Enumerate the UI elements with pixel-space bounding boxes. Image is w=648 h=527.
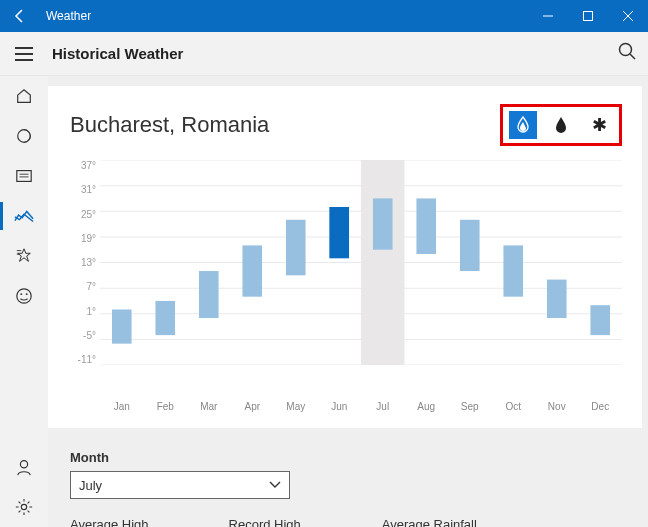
nav-account[interactable] bbox=[0, 447, 48, 487]
x-tick: Jun bbox=[318, 401, 362, 412]
y-tick: -5° bbox=[70, 330, 96, 341]
nav-historical[interactable] bbox=[0, 196, 48, 236]
chart-bar[interactable] bbox=[286, 220, 306, 276]
svg-line-6 bbox=[630, 54, 635, 59]
month-value: July bbox=[79, 478, 102, 493]
x-tick: Sep bbox=[448, 401, 492, 412]
svg-rect-8 bbox=[17, 171, 31, 182]
location-title: Bucharest, Romania bbox=[70, 112, 500, 138]
stat-record-high: Record High 41 ° (2000) bbox=[229, 517, 302, 527]
chart-bar[interactable] bbox=[460, 220, 480, 271]
y-tick: 37° bbox=[70, 160, 96, 171]
x-tick: Mar bbox=[187, 401, 231, 412]
hamburger-menu[interactable] bbox=[0, 47, 48, 61]
x-tick: Aug bbox=[405, 401, 449, 412]
nav-settings[interactable] bbox=[0, 487, 48, 527]
y-tick: 31° bbox=[70, 184, 96, 195]
y-tick: -11° bbox=[70, 354, 96, 365]
svg-point-5 bbox=[620, 44, 632, 56]
y-tick: 25° bbox=[70, 209, 96, 220]
snow-toggle[interactable]: ✱ bbox=[585, 111, 613, 139]
rain-toggle[interactable] bbox=[547, 111, 575, 139]
x-tick: Jul bbox=[361, 401, 405, 412]
nav-feedback[interactable] bbox=[0, 276, 48, 316]
minimize-button[interactable] bbox=[528, 0, 568, 32]
x-tick: Feb bbox=[144, 401, 188, 412]
chart-bar[interactable] bbox=[199, 271, 219, 318]
temperature-icon bbox=[516, 116, 530, 134]
nav-forecast[interactable] bbox=[0, 76, 48, 116]
search-button[interactable] bbox=[618, 42, 636, 60]
chart-mode-toggle-group: ✱ bbox=[500, 104, 622, 146]
x-tick: May bbox=[274, 401, 318, 412]
month-dropdown[interactable]: July bbox=[70, 471, 290, 499]
x-tick: Nov bbox=[535, 401, 579, 412]
nav-maps[interactable] bbox=[0, 116, 48, 156]
chart-bar[interactable] bbox=[416, 198, 436, 254]
svg-rect-1 bbox=[584, 12, 593, 21]
y-tick: 7° bbox=[70, 281, 96, 292]
close-button[interactable] bbox=[608, 0, 648, 32]
stat-label: Average High bbox=[70, 517, 149, 527]
stat-avg-high: Average High 30 ° bbox=[70, 517, 149, 527]
stat-avg-rain: Average Rainfall 8.4 cm bbox=[382, 517, 477, 527]
svg-point-16 bbox=[20, 461, 27, 468]
svg-point-17 bbox=[21, 504, 26, 509]
stat-label: Record High bbox=[229, 517, 302, 527]
x-tick: Dec bbox=[579, 401, 623, 412]
content-area: Bucharest, Romania ✱ 37°31°25°19°13°7°1°… bbox=[48, 76, 648, 527]
svg-point-15 bbox=[26, 293, 28, 295]
svg-point-14 bbox=[20, 293, 22, 295]
back-button[interactable] bbox=[0, 8, 40, 24]
page-title: Historical Weather bbox=[48, 45, 183, 62]
svg-rect-27 bbox=[361, 160, 405, 365]
chart-bar[interactable] bbox=[242, 245, 262, 296]
stats-section: Month July Average High 30 ° Record High… bbox=[48, 438, 642, 527]
chart-bar[interactable] bbox=[155, 301, 175, 335]
rain-icon bbox=[555, 117, 567, 133]
svg-point-13 bbox=[17, 289, 31, 303]
y-tick: 1° bbox=[70, 306, 96, 317]
x-tick: Oct bbox=[492, 401, 536, 412]
chart-card: Bucharest, Romania ✱ 37°31°25°19°13°7°1°… bbox=[48, 86, 642, 428]
nav-sidebar bbox=[0, 76, 48, 527]
chart-bar[interactable] bbox=[547, 280, 567, 318]
maximize-button[interactable] bbox=[568, 0, 608, 32]
chart-bar[interactable] bbox=[112, 309, 132, 343]
y-tick: 19° bbox=[70, 233, 96, 244]
chevron-down-icon bbox=[269, 481, 281, 489]
nav-news[interactable] bbox=[0, 156, 48, 196]
page-header: Historical Weather bbox=[0, 32, 648, 76]
window-titlebar: Weather bbox=[0, 0, 648, 32]
temperature-chart: 37°31°25°19°13°7°1°-5°-11° bbox=[70, 160, 622, 395]
x-tick: Apr bbox=[231, 401, 275, 412]
app-title: Weather bbox=[40, 9, 91, 23]
month-label: Month bbox=[70, 450, 620, 465]
chart-bar[interactable] bbox=[503, 245, 523, 296]
stat-label: Average Rainfall bbox=[382, 517, 477, 527]
chart-bar[interactable] bbox=[373, 198, 393, 249]
snow-icon: ✱ bbox=[592, 116, 607, 134]
chart-bar[interactable] bbox=[590, 305, 610, 335]
temperature-toggle[interactable] bbox=[509, 111, 537, 139]
chart-bar-highlight[interactable] bbox=[329, 207, 349, 258]
nav-favorites[interactable] bbox=[0, 236, 48, 276]
y-tick: 13° bbox=[70, 257, 96, 268]
x-tick: Jan bbox=[100, 401, 144, 412]
